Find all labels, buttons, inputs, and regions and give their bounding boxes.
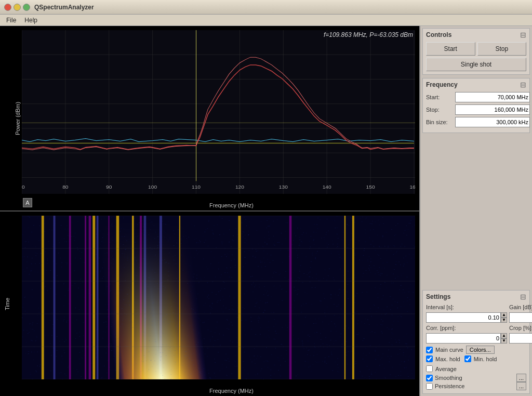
average-label: Average bbox=[435, 366, 457, 372]
interval-gain-row: Interval [s]: ▲ ▼ Gain [dB]: ▲ bbox=[426, 304, 526, 323]
controls-section: Controls ⊟ Start Stop Single shot bbox=[422, 28, 530, 75]
min-hold-checkbox[interactable] bbox=[464, 355, 471, 362]
interval-label: Interval [s]: bbox=[426, 304, 507, 310]
controls-title: Controls bbox=[426, 31, 451, 38]
smoothing-label: Smoothing bbox=[435, 375, 462, 381]
settings-pin-icon[interactable]: ⊟ bbox=[520, 293, 526, 301]
svg-text:120: 120 bbox=[235, 184, 244, 190]
max-hold-checkbox[interactable] bbox=[426, 355, 433, 362]
menu-bar: File Help bbox=[0, 15, 532, 26]
title-bar: QSpectrumAnalyzer bbox=[0, 0, 532, 15]
interval-spin[interactable]: ▲ ▼ bbox=[501, 312, 507, 323]
plots-area: Power (dBm) bbox=[0, 26, 420, 396]
menu-help[interactable]: Help bbox=[20, 16, 42, 25]
spectrum-svg: -30 -40 -50 -60 -70 70 80 90 100 110 120… bbox=[22, 30, 415, 194]
persistence-checkbox[interactable] bbox=[426, 383, 433, 390]
svg-text:70: 70 bbox=[22, 184, 25, 190]
start-freq-label: Start: bbox=[426, 94, 453, 100]
pin-icon[interactable]: ⊟ bbox=[520, 31, 526, 39]
spacer bbox=[422, 136, 530, 287]
main-layout: Power (dBm) bbox=[0, 26, 532, 396]
maximize-btn[interactable] bbox=[23, 4, 30, 11]
crop-input-row: ▲ ▼ bbox=[509, 333, 532, 344]
single-shot-button[interactable]: Single shot bbox=[426, 58, 526, 71]
svg-text:110: 110 bbox=[192, 184, 201, 190]
gain-input[interactable] bbox=[509, 312, 532, 323]
stop-freq-input[interactable] bbox=[455, 104, 530, 115]
colors-button[interactable]: Colors... bbox=[466, 346, 495, 354]
svg-text:90: 90 bbox=[106, 184, 112, 190]
min-hold-row: Min. hold bbox=[464, 355, 497, 362]
spectrum-x-label: Frequency (MHz) bbox=[209, 202, 254, 208]
waterfall-canvas bbox=[22, 216, 415, 379]
gain-label: Gain [dB]: bbox=[509, 304, 532, 310]
svg-text:80: 80 bbox=[62, 184, 69, 190]
spectrum-inner: -30 -40 -50 -60 -70 70 80 90 100 110 120… bbox=[22, 30, 415, 194]
spectrum-y-label: Power (dBm) bbox=[15, 101, 21, 135]
interval-group: Interval [s]: ▲ ▼ bbox=[426, 304, 507, 323]
svg-text:130: 130 bbox=[279, 184, 288, 190]
frequency-header: Frequency ⊟ bbox=[426, 81, 526, 89]
max-hold-label: Max. hold bbox=[435, 356, 460, 362]
max-hold-row: Max. hold bbox=[426, 355, 460, 362]
frequency-section: Frequency ⊟ Start: ▲ ▼ Stop: ▲ ▼ bbox=[422, 78, 530, 133]
persistence-row: Persistence ... bbox=[426, 382, 526, 390]
crop-label: Crop [%]: bbox=[509, 325, 532, 331]
start-freq-input[interactable] bbox=[455, 92, 530, 102]
window-controls[interactable] bbox=[4, 4, 30, 11]
main-curve-checkbox[interactable] bbox=[426, 347, 433, 353]
minimize-btn[interactable] bbox=[14, 4, 21, 11]
main-curve-label: Main curve bbox=[435, 347, 463, 353]
controls-header: Controls ⊟ bbox=[426, 31, 526, 39]
crop-input[interactable] bbox=[509, 333, 532, 344]
corr-down[interactable]: ▼ bbox=[501, 338, 507, 344]
svg-text:100: 100 bbox=[148, 184, 157, 190]
waterfall-y-label: Time bbox=[4, 297, 10, 310]
freq-pin-icon[interactable]: ⊟ bbox=[520, 81, 526, 89]
average-row: Average bbox=[426, 365, 526, 372]
min-hold-label: Min. hold bbox=[474, 356, 497, 362]
interval-up[interactable]: ▲ bbox=[501, 312, 507, 318]
svg-text:150: 150 bbox=[366, 184, 375, 190]
interval-input[interactable] bbox=[426, 312, 501, 323]
bin-size-row: Bin size: ▲ ▼ bbox=[426, 117, 526, 127]
corr-spin[interactable]: ▲ ▼ bbox=[501, 333, 507, 344]
controls-panel: Controls ⊟ Start Stop Single shot Freque… bbox=[420, 26, 532, 396]
corr-input[interactable] bbox=[426, 333, 501, 344]
interval-down[interactable]: ▼ bbox=[501, 318, 507, 323]
corr-label: Corr. [ppm]: bbox=[426, 325, 507, 331]
corr-crop-row: Corr. [ppm]: ▲ ▼ Crop [%]: ▲ bbox=[426, 325, 526, 344]
persistence-ellipsis-button[interactable]: ... bbox=[516, 382, 526, 390]
svg-text:160: 160 bbox=[409, 184, 415, 190]
average-checkbox[interactable] bbox=[426, 365, 433, 372]
bin-size-label: Bin size: bbox=[426, 119, 453, 125]
waterfall-x-label: Frequency (MHz) bbox=[209, 388, 254, 394]
waterfall-inner: 0-20-40-60-80-100 bbox=[22, 216, 415, 379]
plot-info: f=109.863 MHz, P=-63.035 dBm bbox=[324, 31, 413, 38]
settings-section: Settings ⊟ Interval [s]: ▲ ▼ Gain [dB]: bbox=[422, 290, 530, 394]
stop-button[interactable]: Stop bbox=[477, 42, 527, 56]
crop-group: Crop [%]: ▲ ▼ bbox=[509, 325, 532, 344]
bin-size-input[interactable] bbox=[455, 117, 530, 127]
interval-input-row: ▲ ▼ bbox=[426, 312, 507, 323]
gain-input-row: ▲ ▼ bbox=[509, 312, 532, 323]
frequency-title: Frequency bbox=[426, 81, 458, 88]
stop-freq-label: Stop: bbox=[426, 107, 453, 113]
start-stop-row: Start Stop bbox=[426, 42, 526, 56]
start-button[interactable]: Start bbox=[426, 42, 475, 56]
settings-title: Settings bbox=[426, 293, 450, 300]
smoothing-ellipsis-button[interactable]: ... bbox=[516, 374, 526, 382]
a-button[interactable]: A bbox=[23, 198, 32, 207]
svg-text:140: 140 bbox=[323, 184, 331, 190]
smoothing-checkbox[interactable] bbox=[426, 375, 433, 381]
main-curve-row: Main curve Colors... bbox=[426, 346, 526, 354]
gain-group: Gain [dB]: ▲ ▼ bbox=[509, 304, 532, 323]
corr-group: Corr. [ppm]: ▲ ▼ bbox=[426, 325, 507, 344]
menu-file[interactable]: File bbox=[2, 16, 20, 25]
persistence-label: Persistence bbox=[435, 383, 464, 389]
spectrum-plot[interactable]: Power (dBm) bbox=[0, 26, 419, 212]
close-btn[interactable] bbox=[4, 4, 11, 11]
start-freq-row: Start: ▲ ▼ bbox=[426, 92, 526, 102]
waterfall-plot[interactable]: Time 0-20-40-60-80-100 Frequency (MHz) bbox=[0, 212, 419, 396]
corr-up[interactable]: ▲ bbox=[501, 333, 507, 338]
